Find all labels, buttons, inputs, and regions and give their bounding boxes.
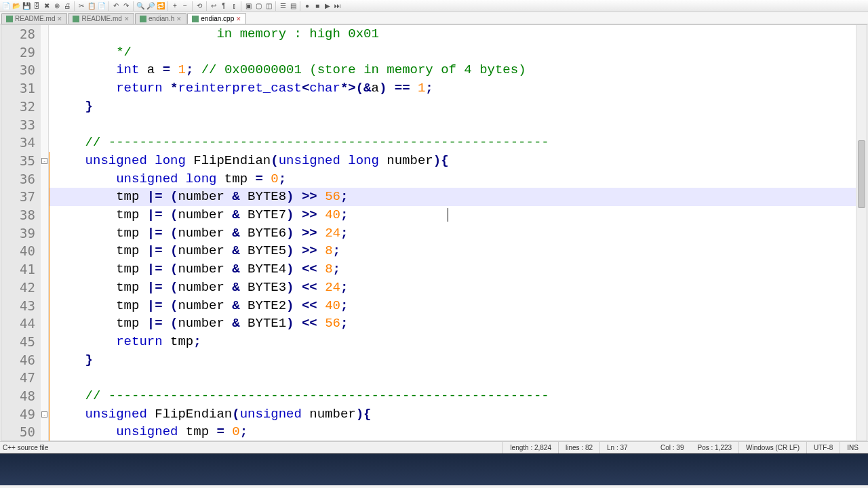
- code-line-35[interactable]: unsigned long FlipEndian(unsigned long n…: [49, 152, 856, 170]
- status-pos: Pos : 1,223: [690, 442, 738, 453]
- fold-all-button[interactable]: ▣: [243, 1, 253, 11]
- tab-label: endian.h: [149, 15, 174, 22]
- find-next-button[interactable]: 🔎: [146, 1, 155, 11]
- line-number: 46: [1, 351, 35, 369]
- code-line-34[interactable]: // -------------------------------------…: [49, 134, 856, 152]
- code-line-50[interactable]: unsigned tmp = 0;: [49, 423, 856, 441]
- line-number: 47: [1, 369, 35, 387]
- editor-area: 2829303132333435363738394041424344454647…: [1, 24, 867, 441]
- change-marker: [49, 152, 50, 441]
- close-icon[interactable]: ✕: [57, 16, 62, 22]
- find-button[interactable]: 🔍: [136, 1, 145, 11]
- text-cursor: [448, 208, 448, 222]
- close-all-button[interactable]: ⊗: [52, 1, 62, 11]
- tab-README-md[interactable]: README.md✕: [68, 13, 134, 24]
- file-icon: [192, 16, 199, 22]
- show-all-button[interactable]: ¶: [219, 1, 229, 11]
- sync-button[interactable]: ⟲: [195, 1, 204, 11]
- redo-button[interactable]: ↷: [121, 1, 131, 11]
- code-line-39[interactable]: tmp |= (number & BYTE6) >> 24;: [49, 224, 856, 243]
- line-number: 31: [1, 79, 35, 98]
- code-line-33[interactable]: [49, 116, 856, 134]
- line-number: 40: [1, 242, 35, 260]
- undo-button[interactable]: ↶: [111, 1, 121, 11]
- close-icon[interactable]: ✕: [124, 16, 130, 22]
- fold-toggle[interactable]: -: [41, 158, 47, 164]
- code-line-48[interactable]: // -------------------------------------…: [49, 387, 856, 405]
- code-line-43[interactable]: tmp |= (number & BYTE2) << 40;: [49, 297, 856, 315]
- line-number: 37: [1, 188, 35, 206]
- doc-map-button[interactable]: ▤: [288, 1, 298, 11]
- code-line-47[interactable]: [49, 369, 856, 387]
- scrollbar-thumb[interactable]: [858, 140, 865, 208]
- cut-button[interactable]: ✂: [77, 1, 86, 11]
- line-number: 34: [1, 134, 35, 152]
- play-multi-button[interactable]: ⏭: [333, 1, 342, 11]
- fold-toggle[interactable]: -: [41, 411, 47, 418]
- code-line-44[interactable]: tmp |= (number & BYTE1) << 56;: [49, 314, 856, 333]
- code-line-45[interactable]: return tmp;: [49, 333, 856, 351]
- close-button[interactable]: ✖: [42, 1, 52, 11]
- code-line-36[interactable]: unsigned long tmp = 0;: [49, 170, 856, 188]
- code-line-28[interactable]: in memory : high 0x01: [49, 25, 856, 43]
- unfold-all-button[interactable]: ▢: [254, 1, 263, 11]
- tab-endian-cpp[interactable]: endian.cpp✕: [187, 13, 246, 24]
- vertical-scrollbar[interactable]: [856, 25, 867, 441]
- stop-button[interactable]: ■: [313, 1, 322, 11]
- record-button[interactable]: ●: [302, 1, 312, 11]
- indent-guide-button[interactable]: ⫿: [229, 1, 239, 11]
- line-number: 38: [1, 206, 35, 224]
- word-wrap-button[interactable]: ↩: [209, 1, 218, 11]
- code-line-31[interactable]: return *reinterpret_cast<char*>(&a) == 1…: [49, 79, 856, 98]
- file-icon: [140, 16, 146, 22]
- play-button[interactable]: ▶: [323, 1, 332, 11]
- code-line-40[interactable]: tmp |= (number & BYTE5) >> 8;: [49, 242, 856, 260]
- main-toolbar: 📄📂💾🗄✖⊗🖨✂📋📄↶↷🔍🔎🔁+−⟲↩¶⫿▣▢◫☰▤●■▶⏭: [0, 0, 868, 12]
- line-number: 32: [1, 98, 35, 116]
- code-line-29[interactable]: */: [49, 43, 856, 62]
- close-icon[interactable]: ✕: [236, 16, 241, 22]
- line-number: 43: [1, 297, 35, 315]
- close-icon[interactable]: ✕: [176, 16, 182, 22]
- code-line-37[interactable]: tmp |= (number & BYTE8) >> 56;: [49, 188, 856, 206]
- line-number: 50: [1, 423, 35, 441]
- code-line-38[interactable]: tmp |= (number & BYTE7) >> 40;: [49, 206, 856, 224]
- code-line-46[interactable]: }: [49, 351, 856, 369]
- tab-README-md[interactable]: README.md✕: [1, 13, 67, 24]
- tab-endian-h[interactable]: endian.h✕: [135, 13, 186, 24]
- tab-bar: README.md✕README.md✕endian.h✕endian.cpp✕: [0, 12, 868, 24]
- save-button[interactable]: 💾: [22, 1, 31, 11]
- func-list-button[interactable]: ☰: [278, 1, 288, 11]
- open-button[interactable]: 📂: [12, 1, 21, 11]
- copy-button[interactable]: 📋: [87, 1, 96, 11]
- status-encoding: UTF-8: [806, 442, 840, 453]
- status-insert-mode: INS: [840, 442, 865, 453]
- code-line-41[interactable]: tmp |= (number & BYTE4) << 8;: [49, 260, 856, 279]
- replace-button[interactable]: 🔁: [156, 1, 165, 11]
- save-all-button[interactable]: 🗄: [32, 1, 41, 11]
- line-number: 45: [1, 333, 35, 351]
- status-col: Col : 39: [654, 442, 690, 453]
- line-number: 33: [1, 116, 35, 134]
- line-number: 28: [1, 25, 35, 43]
- code-view[interactable]: in memory : high 0x01 */ int a = 1; // 0…: [49, 25, 856, 441]
- line-number: 29: [1, 43, 35, 62]
- code-line-42[interactable]: tmp |= (number & BYTE3) << 24;: [49, 279, 856, 297]
- line-number: 41: [1, 260, 35, 279]
- hide-lines-button[interactable]: ◫: [264, 1, 273, 11]
- os-taskbar[interactable]: [0, 453, 868, 485]
- new-button[interactable]: 📄: [1, 1, 11, 11]
- zoom-in-button[interactable]: +: [170, 1, 180, 11]
- code-line-49[interactable]: unsigned FlipEndian(unsigned number){: [49, 405, 856, 424]
- print-button[interactable]: 🖨: [62, 1, 72, 11]
- tab-label: endian.cpp: [201, 15, 234, 22]
- code-line-30[interactable]: int a = 1; // 0x00000001 (store in memor…: [49, 61, 856, 79]
- status-filetype: C++ source file: [3, 444, 502, 451]
- status-eol: Windows (CR LF): [738, 442, 806, 453]
- line-number: 48: [1, 387, 35, 405]
- paste-button[interactable]: 📄: [97, 1, 106, 11]
- zoom-out-button[interactable]: −: [180, 1, 190, 11]
- code-line-32[interactable]: }: [49, 98, 856, 116]
- tab-label: README.md: [81, 15, 121, 22]
- line-number: 35: [1, 152, 35, 170]
